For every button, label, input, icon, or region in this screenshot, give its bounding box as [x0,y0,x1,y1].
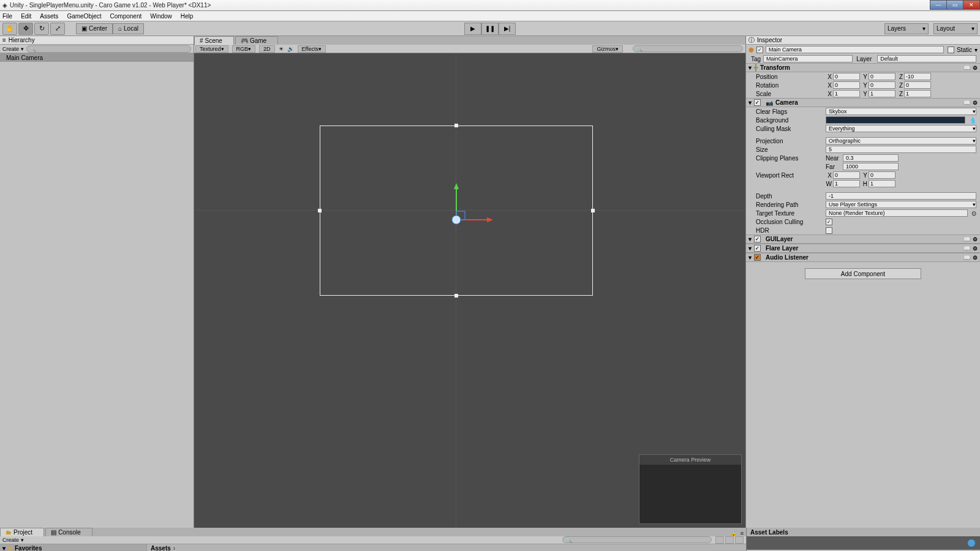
gameobject-enabled-checkbox[interactable]: ✓ [756,47,763,53]
depth-input[interactable]: -1 [826,192,976,200]
eyedropper-icon[interactable]: 💧 [969,117,976,124]
near-input[interactable]: 0.3 [843,154,899,162]
gear-icon[interactable]: ⚙ [973,255,978,261]
background-color-input[interactable] [826,116,965,124]
cullingmask-dropdown[interactable]: Everything▾ [826,125,976,132]
clearflags-dropdown[interactable]: Skybox▾ [826,108,976,115]
filter-label-button[interactable] [725,536,734,544]
menu-file[interactable]: File [2,13,12,20]
help-icon[interactable]: 📖 [963,65,970,71]
play-button[interactable]: ▶ [464,23,481,35]
close-button[interactable]: ✕ [963,0,980,10]
help-icon[interactable]: 📖 [963,236,970,242]
handle-bottom[interactable] [454,294,458,298]
pivot-center-button[interactable]: ▣Center [76,23,113,34]
vp-y-input[interactable] [869,171,895,179]
hdr-checkbox[interactable] [826,227,832,234]
pause-button[interactable]: ❚❚ [481,23,499,35]
console-tab[interactable]: ▤Console [45,528,92,536]
flarelayer-component-header[interactable]: ▾ ✓ Flare Layer📖⚙ [746,244,980,253]
position-x-input[interactable] [833,73,860,80]
gizmos-dropdown[interactable]: Gizmos ▾ [592,45,623,53]
renderingpath-dropdown[interactable]: Use Player Settings▾ [826,201,976,208]
rotation-z-input[interactable] [904,81,931,89]
guilayer-enabled-checkbox[interactable]: ✓ [754,236,761,242]
effects-dropdown[interactable]: Effects ▾ [298,45,326,53]
targettexture-input[interactable]: None (Render Texture) [826,209,968,217]
rendermode-dropdown[interactable]: RGB ▾ [232,45,256,53]
scene-tab[interactable]: #Scene [194,36,234,45]
menu-assets[interactable]: Assets [40,13,58,20]
gear-icon[interactable]: ⚙ [973,236,978,242]
handle-right[interactable] [591,209,595,212]
menu-help[interactable]: Help [181,13,194,20]
project-search-input[interactable]: 🔍 [562,536,712,543]
audiolistener-component-header[interactable]: ▾ ✓ Audio Listener📖⚙ [746,253,980,262]
flarelayer-enabled-checkbox[interactable]: ✓ [754,245,761,252]
far-input[interactable]: 1000 [843,163,899,170]
vp-w-input[interactable] [833,180,860,187]
transform-component-header[interactable]: ▾ ╋ Transform📖⚙ [746,63,980,72]
rotation-y-input[interactable] [869,81,895,89]
project-create-dropdown[interactable]: Create ▾ [2,537,24,543]
layout-dropdown[interactable]: Layout▾ [933,23,978,34]
help-icon[interactable]: 📖 [963,246,970,252]
gear-icon[interactable]: ⚙ [973,65,978,71]
position-y-input[interactable] [869,73,895,80]
light-toggle-icon[interactable]: ☀ [279,46,284,52]
help-icon[interactable]: 📖 [963,255,970,261]
handle-left[interactable] [318,209,322,212]
scene-search-input[interactable]: 🔍 [633,45,743,52]
project-breadcrumb[interactable]: Assets› [147,544,746,551]
camera-component-header[interactable]: ▾ ✓📷 Camera📖⚙ [746,98,980,107]
transform-gizmo[interactable] [439,182,494,237]
scale-tool-button[interactable]: ⤢ [50,23,65,35]
game-tab[interactable]: 🎮Game [235,36,278,45]
gear-icon[interactable]: ⚙ [973,100,978,106]
projection-dropdown[interactable]: Orthographic▾ [826,137,976,144]
menu-window[interactable]: Window [150,13,172,20]
audiolistener-enabled-checkbox[interactable]: ✓ [754,254,761,261]
vp-x-input[interactable] [833,171,860,179]
hand-tool-button[interactable]: ✋ [2,23,17,35]
scene-viewport[interactable]: Camera Preview [194,53,745,528]
pivot-local-button[interactable]: ⌂Local [113,23,144,34]
assetbundle-icon[interactable] [968,539,975,547]
scale-x-input[interactable] [833,90,860,97]
menu-component[interactable]: Component [110,13,142,20]
tag-dropdown[interactable]: MainCamera [763,55,853,62]
audio-toggle-icon[interactable]: 🔊 [287,46,294,52]
2d-toggle[interactable]: 2D [259,45,275,53]
help-icon[interactable]: 📖 [963,100,970,106]
size-input[interactable]: 5 [826,146,976,153]
menu-gameobject[interactable]: GameObject [67,13,101,20]
object-picker-icon[interactable]: ⊙ [971,210,976,217]
camera-enabled-checkbox[interactable]: ✓ [754,99,761,106]
gear-icon[interactable]: ⚙ [973,246,978,252]
layers-dropdown[interactable]: Layers▾ [884,23,929,34]
lock-icon[interactable]: 🔒 [730,530,737,536]
scale-y-input[interactable] [869,90,895,97]
occlusion-checkbox[interactable]: ✓ [826,219,832,225]
hierarchy-tab[interactable]: ≡Hierarchy [0,36,194,45]
minimize-button[interactable]: — [930,0,947,10]
move-tool-button[interactable]: ✥ [18,23,33,35]
filter-save-button[interactable] [735,536,744,544]
hierarchy-create-dropdown[interactable]: Create ▾ [2,46,24,52]
handle-top[interactable] [454,124,458,127]
guilayer-component-header[interactable]: ▾ ✓ GUILayer📖⚙ [746,234,980,244]
add-component-button[interactable]: Add Component [805,268,921,279]
position-z-input[interactable] [904,73,931,80]
shading-dropdown[interactable]: Textured ▾ [195,45,228,53]
static-checkbox[interactable] [948,47,954,53]
step-button[interactable]: ▶| [499,23,516,35]
filter-type-button[interactable] [715,536,724,544]
gameobject-name-input[interactable]: Main Camera [766,46,944,53]
layer-dropdown[interactable]: Default [877,55,976,62]
hierarchy-search-input[interactable]: 🔍 [26,45,191,53]
menu-edit[interactable]: Edit [21,13,31,20]
favorites-header[interactable]: ▾★Favorites [0,544,146,551]
maximize-button[interactable]: ▭ [946,0,963,10]
project-tab[interactable]: 🖿Project [0,528,44,536]
rotation-x-input[interactable] [833,81,860,89]
